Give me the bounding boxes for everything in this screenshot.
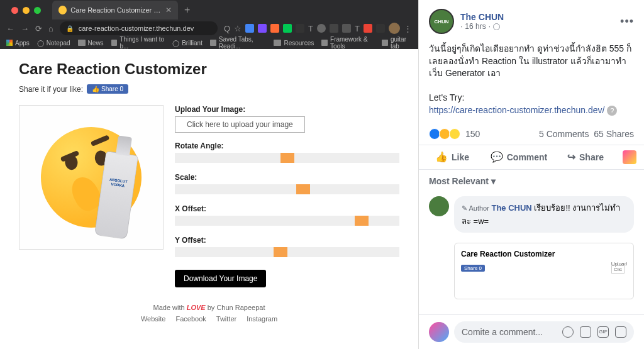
window-controls[interactable] (5, 7, 47, 14)
yoffset-slider[interactable] (175, 247, 399, 257)
link-preview-card[interactable]: Care Reaction Customizer Share 0 UploadC… (454, 243, 634, 299)
scale-label: Scale: (175, 173, 399, 182)
download-button[interactable]: Download Your Image (175, 270, 266, 287)
bookmark-folder[interactable]: Saved Tabs, Readi... (210, 36, 267, 50)
comment-input[interactable]: Comite a comment... GIF (454, 321, 634, 343)
reactions-summary[interactable]: 150 (429, 128, 480, 140)
bookmark-folder[interactable]: Resources (274, 40, 314, 47)
reaction-picker-button[interactable] (623, 150, 636, 164)
preview-canvas: ABSOLUT VODKA (19, 105, 164, 250)
post-menu-button[interactable]: ••• (620, 15, 634, 28)
scale-slider[interactable] (175, 184, 399, 194)
haha-reaction-icon (449, 128, 460, 140)
page-title: Care Reaction Customizer (19, 60, 399, 78)
apps-bookmark[interactable]: Apps (6, 40, 30, 47)
share-label: Share it if your like: (19, 85, 83, 94)
browser-tab[interactable]: Care Reaction Customizer - Ch ✕ (52, 1, 178, 19)
facebook-post-panel: CHUN The CHUN · 16 hrs · ••• วันนี้อยู่ๆ… (418, 0, 644, 349)
ext-icon[interactable]: T (308, 24, 313, 33)
ext-icon[interactable]: T (355, 24, 360, 33)
tab-title: Care Reaction Customizer - Ch (70, 6, 162, 14)
ext-icon[interactable] (296, 24, 304, 33)
footer-link[interactable]: Facebook (175, 315, 206, 323)
ext-icon[interactable] (342, 24, 351, 33)
ext-icon[interactable] (330, 24, 338, 33)
maximize-window-icon[interactable] (34, 7, 41, 14)
profile-avatar-icon[interactable] (389, 23, 400, 34)
bookmark-folder[interactable]: Framework & Tools (321, 36, 374, 50)
tab-close-icon[interactable]: ✕ (165, 6, 172, 14)
author-badge: ✎ Author (462, 204, 489, 213)
camera-icon[interactable] (580, 326, 591, 338)
star-icon[interactable]: ☆ (234, 24, 242, 33)
shares-count[interactable]: 65 Shares (594, 129, 634, 139)
post-body: วันนี้อยู่ๆก็เกิดไอเดียอยากทำ ดูท่าช่วงน… (419, 43, 644, 123)
ext-icon[interactable] (270, 24, 279, 33)
comment-item: ✎ Author The CHUN เรียบร้อย!! งานการไม่ท… (419, 192, 644, 236)
bookmarks-bar: Apps ◯Notepad News Things I want to b...… (0, 36, 418, 49)
extension-icons: Q ☆ T T ⋮ (224, 23, 412, 34)
commenter-name[interactable]: The CHUN (491, 203, 531, 213)
thumb-up-icon: 👍 (435, 151, 448, 163)
comment-button[interactable]: 💬Comment (486, 145, 552, 169)
close-window-icon[interactable] (11, 7, 18, 14)
footer-link[interactable]: Instagram (247, 315, 277, 323)
forward-icon[interactable]: → (21, 24, 29, 33)
browser-chrome: Care Reaction Customizer - Ch ✕ + ← → ⟳ … (0, 0, 418, 49)
footer-link[interactable]: Website (141, 315, 166, 323)
post-timestamp: · 16 hrs · (460, 22, 614, 31)
emoji-icon[interactable] (562, 326, 574, 338)
address-bar[interactable]: 🔒 care-reaction-customizer.thechun.dev (60, 21, 218, 35)
favicon-icon (58, 6, 67, 14)
bookmark-folder[interactable]: News (78, 40, 104, 47)
back-icon[interactable]: ← (6, 24, 14, 33)
globe-icon (493, 23, 500, 30)
rotate-label: Rotate Angle: (175, 141, 399, 150)
rotate-slider[interactable] (175, 153, 399, 163)
footer-link[interactable]: Twitter (216, 315, 236, 323)
footer: Made with LOVE by Chun Rapeepat Website … (19, 304, 399, 323)
ext-icon[interactable] (317, 24, 326, 33)
upload-label: Upload Your Image: (175, 105, 399, 114)
ext-icon[interactable] (283, 24, 292, 33)
new-tab-button[interactable]: + (178, 4, 196, 16)
xoffset-label: X Offset: (175, 204, 399, 213)
author-name[interactable]: The CHUN (460, 12, 614, 22)
upload-button[interactable]: Click here to upload your image (175, 116, 305, 133)
share-button[interactable]: ↪Share (552, 145, 619, 169)
ext-icon[interactable] (245, 24, 254, 33)
help-badge-icon[interactable]: ? (607, 106, 617, 116)
ext-icon[interactable] (364, 24, 372, 33)
comment-icon: 💬 (491, 151, 503, 163)
reaction-count: 150 (465, 129, 480, 139)
fb-share-button[interactable]: 👍Share 0 (87, 84, 128, 94)
home-icon[interactable]: ⌂ (48, 24, 53, 33)
user-avatar[interactable] (429, 322, 449, 342)
lock-icon: 🔒 (66, 25, 74, 32)
yoffset-label: Y Offset: (175, 236, 399, 245)
ext-icon[interactable] (258, 24, 267, 33)
gif-icon[interactable]: GIF (597, 326, 609, 338)
like-button[interactable]: 👍Like (419, 145, 486, 169)
sticker-icon[interactable] (615, 326, 626, 338)
comments-count[interactable]: 5 Comments (539, 129, 589, 139)
ext-icon[interactable] (376, 24, 385, 33)
reload-icon[interactable]: ⟳ (35, 24, 42, 33)
author-avatar[interactable]: CHUN (429, 9, 454, 34)
bookmark-item[interactable]: ◯Notepad (37, 40, 70, 47)
url-text: care-reaction-customizer.thechun.dev (79, 25, 194, 32)
bookmark-folder[interactable]: Things I want to b... (111, 36, 165, 50)
minimize-window-icon[interactable] (23, 7, 30, 14)
menu-icon[interactable]: ⋮ (404, 24, 412, 33)
bookmark-item[interactable]: ◯Brilliant (172, 40, 203, 47)
bookmark-folder[interactable]: guitar tab (382, 36, 412, 50)
xoffset-slider[interactable] (175, 216, 399, 226)
commenter-avatar[interactable] (429, 196, 449, 216)
post-link[interactable]: https://care-reaction-customizer.thechun… (429, 105, 604, 115)
share-icon: ↪ (567, 151, 575, 163)
comment-filter[interactable]: Most Relevant ▾ (419, 170, 644, 192)
page-content: Care Reaction Customizer Share it if you… (0, 49, 418, 349)
search-ext-icon[interactable]: Q (224, 24, 230, 33)
